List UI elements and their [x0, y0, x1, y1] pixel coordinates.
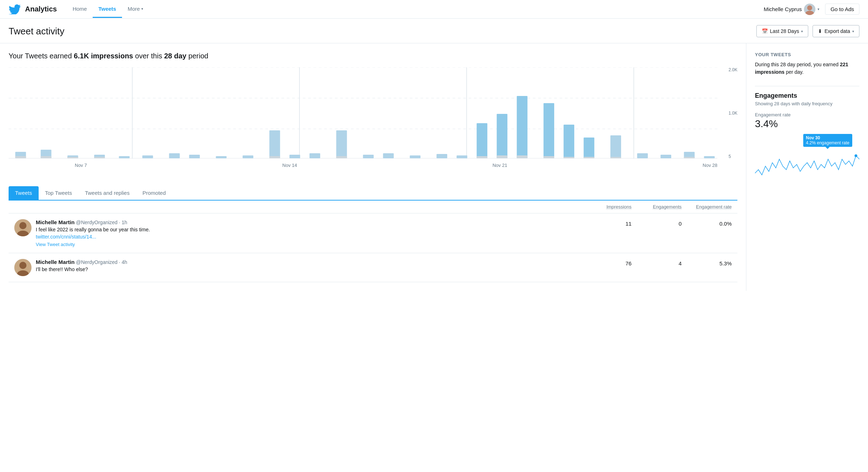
user-menu[interactable]: Michelle Cyprus ▾ [764, 4, 819, 15]
tweet-link[interactable]: twitter.com/cnni/status/14... [36, 234, 96, 240]
engagements-section: Engagements Showing 28 days with daily f… [755, 92, 859, 189]
svg-rect-31 [517, 96, 527, 158]
y-label-5: 5 [728, 154, 737, 159]
tweet-content: Michelle Martin @NerdyOrganized · 4h I'l… [36, 259, 577, 274]
calendar-icon: 📅 [762, 28, 768, 34]
svg-rect-23 [336, 130, 347, 158]
chevron-down-icon: ▾ [852, 29, 854, 33]
tweets-tab[interactable]: Tweets [9, 186, 39, 201]
chevron-down-icon: ▾ [801, 29, 803, 33]
navbar: Analytics Home Tweets More ▾ Michelle Cy… [0, 0, 868, 19]
right-panel: YOUR TWEETS During this 28 day period, y… [746, 43, 868, 291]
engagements-title: Engagements [755, 92, 859, 100]
user-name: Michelle Cyprus [764, 6, 802, 12]
twitter-logo [9, 4, 21, 14]
tweet-row: Michelle Martin @NerdyOrganized · 1h I f… [9, 213, 737, 253]
tweet-text: I'll be there!! Who else? [36, 266, 577, 272]
engagement-rate-value: 0.0% [682, 221, 732, 227]
download-icon: ⬇ [818, 28, 822, 34]
impressions-summary: Your Tweets earned 6.1K impressions over… [9, 52, 737, 60]
tabs-section: Tweets Top Tweets Tweets and replies Pro… [9, 186, 737, 282]
svg-rect-48 [517, 155, 527, 158]
svg-rect-44 [269, 156, 280, 158]
svg-rect-45 [336, 156, 347, 158]
svg-point-58 [19, 262, 26, 269]
svg-rect-53 [684, 157, 695, 158]
nav-more[interactable]: More ▾ [122, 1, 149, 18]
svg-rect-14 [119, 156, 130, 158]
chevron-down-icon: ▾ [818, 7, 819, 11]
svg-point-55 [19, 222, 26, 229]
svg-rect-33 [564, 125, 574, 158]
engagement-tooltip: Nov 30 4.2% engagement rate [803, 134, 852, 147]
engagement-rate-col-header[interactable]: Engagement rate [682, 204, 732, 209]
your-tweets-section: YOUR TWEETS During this 28 day period, y… [755, 52, 859, 76]
view-tweet-activity[interactable]: View Tweet activity [36, 242, 75, 247]
svg-rect-43 [94, 157, 105, 158]
svg-rect-21 [289, 155, 300, 158]
tweet-metrics: 11 0 0.0% [581, 219, 732, 227]
x-label-nov14: Nov 14 [282, 163, 297, 168]
left-panel: Your Tweets earned 6.1K impressions over… [0, 43, 746, 291]
impressions-chart: 2.0K 1.0K 5 Nov 7 Nov 14 Nov 21 Nov 28 [9, 67, 737, 175]
svg-rect-50 [564, 157, 574, 158]
nav-home[interactable]: Home [67, 1, 93, 18]
impressions-value: 76 [581, 260, 632, 266]
chevron-down-icon: ▾ [141, 7, 143, 11]
svg-rect-51 [584, 157, 594, 158]
engagements-value: 4 [632, 260, 682, 266]
engagements-value: 0 [632, 221, 682, 227]
sparkline-svg [755, 145, 859, 188]
go-to-ads-button[interactable]: Go to Ads [825, 4, 859, 15]
engagement-rate-label: Engagement rate [755, 112, 859, 117]
tweet-header: Michelle Martin @NerdyOrganized · 1h [36, 219, 577, 225]
x-label-nov7: Nov 7 [75, 163, 87, 168]
nav-tweets[interactable]: Tweets [93, 1, 122, 18]
engagements-subtitle: Showing 28 days with daily frequency [755, 101, 859, 106]
tabs-bar: Tweets Top Tweets Tweets and replies Pro… [9, 186, 737, 201]
svg-point-0 [807, 5, 812, 10]
engagement-rate-value: 5.3% [682, 260, 732, 266]
svg-rect-35 [610, 135, 621, 158]
svg-rect-29 [477, 123, 487, 158]
tweet-text: I feel like 2022 is really gonna be our … [36, 227, 577, 232]
avatar [804, 4, 815, 15]
svg-rect-19 [243, 155, 253, 158]
svg-rect-32 [543, 103, 554, 158]
your-tweets-title: YOUR TWEETS [755, 52, 859, 57]
engagement-chart: Nov 30 4.2% engagement rate [755, 134, 859, 189]
tweet-row: Michelle Martin @NerdyOrganized · 4h I'l… [9, 253, 737, 282]
page-title: Tweet activity [9, 26, 64, 37]
engagement-rate-display: 3.4% [755, 118, 859, 130]
main-content: Your Tweets earned 6.1K impressions over… [0, 43, 868, 291]
svg-rect-46 [477, 156, 487, 158]
tweet-content: Michelle Martin @NerdyOrganized · 1h I f… [36, 219, 577, 247]
svg-rect-39 [704, 156, 715, 158]
svg-rect-36 [637, 153, 648, 158]
date-range-button[interactable]: 📅 Last 28 Days ▾ [756, 25, 809, 37]
export-data-button[interactable]: ⬇ Export data ▾ [813, 25, 859, 37]
your-tweets-desc: During this 28 day period, you earned 22… [755, 61, 859, 76]
svg-rect-26 [410, 155, 420, 158]
svg-rect-16 [169, 153, 180, 158]
svg-rect-37 [660, 155, 671, 158]
avatar [14, 219, 31, 236]
svg-point-60 [854, 154, 857, 157]
table-col-headers: Impressions Engagements Engagement rate [9, 201, 737, 213]
promoted-tab[interactable]: Promoted [136, 186, 172, 201]
chart-svg [9, 67, 717, 160]
engagements-col-header[interactable]: Engagements [632, 204, 682, 209]
svg-rect-15 [142, 155, 153, 158]
top-tweets-tab[interactable]: Top Tweets [39, 186, 79, 201]
svg-rect-52 [610, 157, 621, 158]
tweets-replies-tab[interactable]: Tweets and replies [78, 186, 136, 201]
avatar [14, 259, 31, 276]
svg-rect-24 [363, 155, 374, 158]
impressions-col-header[interactable]: Impressions [581, 204, 632, 209]
svg-rect-34 [584, 138, 594, 158]
svg-rect-41 [41, 156, 52, 158]
impressions-value: 11 [581, 221, 632, 227]
svg-point-1 [805, 11, 814, 15]
svg-rect-25 [383, 153, 394, 158]
svg-rect-47 [497, 155, 507, 158]
